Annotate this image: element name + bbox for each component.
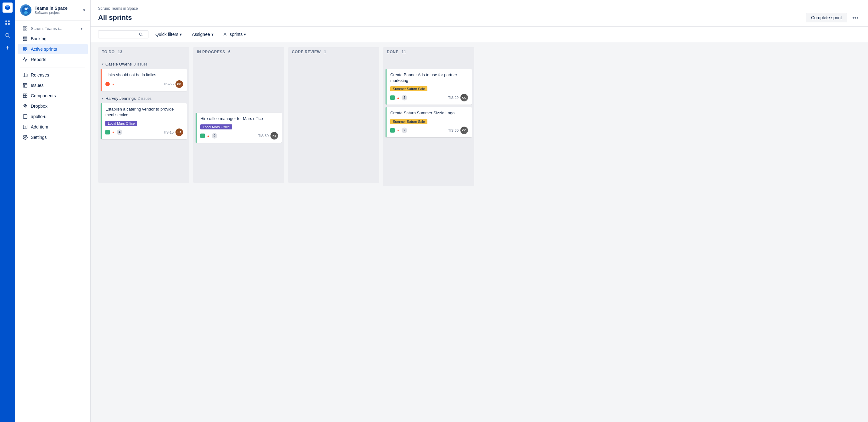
card-tis-30-ticket: TIS-30: [448, 129, 459, 132]
sidebar-releases-label: Releases: [31, 73, 49, 78]
column-body-done: Create Banner Ads to use for partner mar…: [383, 57, 474, 186]
column-code-review-title: CODE REVIEW: [292, 50, 321, 54]
story-svg-50: [201, 135, 204, 137]
card-tis-29-footer: ▲ 2 TIS-29 CO: [390, 94, 468, 102]
global-search-icon[interactable]: [2, 30, 12, 40]
column-todo: TO DO 13 ▾ Cassie Owens 3 issues Links s…: [98, 47, 189, 417]
bug-type-icon: [105, 82, 110, 86]
card-tis-50[interactable]: Hire office manager for Mars office Loca…: [196, 113, 282, 143]
card-tis-29[interactable]: Create Banner Ads to use for partner mar…: [385, 69, 472, 105]
column-code-review-count: 1: [324, 50, 326, 54]
assignee-label: Assignee: [192, 32, 210, 37]
badge-tis-30: 2: [402, 128, 407, 133]
app-logo[interactable]: [2, 2, 12, 12]
sidebar-item-add[interactable]: Add item: [18, 122, 88, 132]
card-tis-50-ticket: TIS-50: [258, 134, 269, 138]
sidebar-reports-label: Reports: [31, 57, 46, 62]
svg-rect-28: [26, 94, 27, 95]
card-tis-55-meta: TIS-55 CO: [163, 80, 183, 88]
group-harvey-jennings-header[interactable]: ▾ Harvey Jennings 2 issues: [101, 93, 187, 103]
sidebar-item-apollo[interactable]: apollo-ui: [18, 111, 88, 121]
global-add-icon[interactable]: [2, 43, 12, 53]
sidebar-project-label: Scrum: Teams i...: [31, 26, 62, 31]
harvey-jennings-name: Harvey Jennings: [105, 96, 136, 101]
priority-icon-tis-29: ▲: [396, 95, 400, 100]
search-box[interactable]: [98, 30, 149, 38]
search-input[interactable]: [101, 32, 139, 37]
svg-rect-23: [23, 74, 27, 77]
card-tis-15-meta: TIS-15 HJ: [163, 129, 183, 136]
sidebar-item-reports[interactable]: Reports: [18, 55, 88, 64]
svg-rect-16: [23, 37, 27, 38]
assignee-filter-button[interactable]: Assignee ▾: [189, 30, 217, 39]
sidebar-item-issues[interactable]: Issues: [18, 80, 88, 90]
sidebar-item-components[interactable]: Components: [18, 91, 88, 101]
card-tis-30-icons: ▲ 2: [390, 128, 407, 133]
column-todo-title: TO DO: [102, 50, 115, 54]
svg-rect-30: [26, 96, 27, 97]
all-sprints-filter-button[interactable]: All sprints ▾: [220, 30, 249, 39]
harvey-done-empty: [385, 149, 472, 181]
svg-rect-24: [23, 83, 27, 87]
reports-icon: [23, 57, 28, 62]
quick-filters-chevron: ▾: [180, 32, 182, 37]
card-tis-50-footer: ▲ 9 TIS-50 HJ: [200, 132, 278, 140]
card-tis-15-icons: ▲ 4: [105, 130, 122, 135]
story-type-icon-50: [200, 134, 205, 138]
quick-filters-button[interactable]: Quick filters ▾: [152, 30, 185, 39]
card-tis-50-title: Hire office manager for Mars office: [200, 116, 278, 121]
sidebar-item-settings[interactable]: Settings: [18, 132, 88, 142]
card-tis-55[interactable]: Links should not be in italics ▲: [101, 69, 187, 91]
complete-sprint-button[interactable]: Complete sprint: [806, 13, 847, 22]
column-body-code-review: [288, 57, 379, 182]
sidebar-item-active-sprints[interactable]: Active sprints: [18, 44, 88, 54]
project-dropdown-chevron[interactable]: ▾: [83, 7, 85, 12]
card-tis-15-ticket: TIS-15: [163, 131, 174, 134]
sprints-icon: [23, 47, 28, 52]
svg-rect-15: [26, 29, 27, 30]
sidebar-project-dropdown[interactable]: Scrum: Teams i... ▾: [18, 23, 88, 33]
story-svg: [106, 131, 109, 134]
svg-rect-29: [23, 96, 25, 97]
svg-rect-31: [23, 115, 27, 118]
svg-rect-22: [26, 50, 27, 51]
releases-icon: [23, 73, 28, 78]
svg-rect-3: [8, 23, 10, 25]
svg-rect-0: [5, 21, 7, 22]
global-home-icon[interactable]: [2, 18, 12, 28]
story-type-icon-15: [105, 130, 110, 135]
project-type: Software project: [35, 11, 80, 15]
avatar-tis-50: HJ: [271, 132, 278, 140]
sidebar-item-backlog[interactable]: Backlog: [18, 34, 88, 44]
card-tis-55-title: Links should not be in italics: [105, 72, 183, 78]
sidebar-active-sprints-label: Active sprints: [31, 47, 57, 52]
svg-rect-1: [8, 21, 10, 22]
card-tis-29-icons: ▲ 2: [390, 95, 407, 101]
card-tis-30[interactable]: Create Saturn Summer Sizzle Logo Summer …: [385, 107, 472, 137]
card-tis-15[interactable]: Establish a catering vendor to provide m…: [101, 103, 187, 139]
column-in-progress-count: 6: [228, 50, 230, 54]
sidebar-item-dropbox[interactable]: Dropbox: [18, 101, 88, 111]
svg-point-10: [24, 11, 28, 14]
code-review-empty-2: [290, 100, 377, 137]
group-cassie-owens-header[interactable]: ▾ Cassie Owens 3 issues: [101, 59, 187, 69]
card-tis-15-title: Establish a catering vendor to provide m…: [105, 107, 183, 118]
sidebar-item-releases[interactable]: Releases: [18, 70, 88, 80]
sidebar-issues-label: Issues: [31, 83, 43, 88]
settings-icon: [23, 135, 28, 140]
card-tis-30-title: Create Saturn Summer Sizzle Logo: [390, 110, 468, 116]
board-icon: [23, 26, 28, 31]
more-options-button[interactable]: •••: [850, 12, 861, 23]
svg-rect-12: [23, 26, 25, 28]
svg-rect-41: [391, 96, 394, 99]
svg-rect-19: [23, 47, 25, 49]
svg-point-11: [27, 7, 29, 9]
column-header-in-progress: IN PROGRESS 6: [193, 47, 284, 57]
backlog-icon: [23, 36, 28, 41]
story-type-icon-30: [390, 128, 395, 133]
harvey-jennings-chevron: ▾: [102, 97, 103, 100]
card-tis-50-icons: ▲ 9: [200, 133, 217, 139]
card-tis-29-ticket: TIS-29: [448, 96, 459, 100]
column-body-todo: ▾ Cassie Owens 3 issues Links should not…: [98, 57, 189, 182]
svg-line-5: [8, 36, 10, 37]
